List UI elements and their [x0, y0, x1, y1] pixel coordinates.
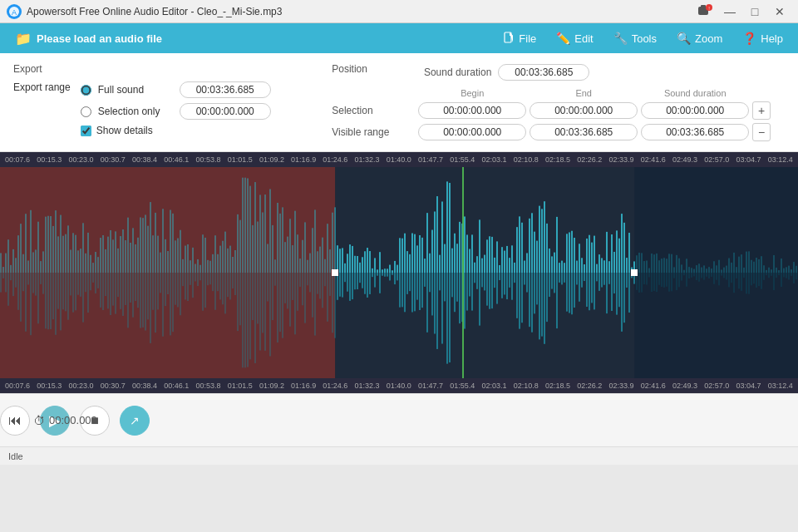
timeline-label: 02:03.1: [482, 382, 507, 390]
position-section: Position Sound duration Begin End Sound …: [332, 63, 785, 141]
titlebar: A Apowersoft Free Online Audio Editor - …: [0, 0, 798, 23]
timeline-label: 01:24.6: [323, 382, 347, 390]
menubar: 📁 Please load an audio file File ✏️ Edit…: [0, 23, 798, 53]
timeline-label: 02:49.3: [672, 155, 697, 164]
waveform-container[interactable]: 00:07.600:15.300:23.000:30.700:38.400:46…: [0, 152, 798, 393]
sound-duration-input[interactable]: [498, 64, 589, 81]
export-range-label: Export range: [13, 81, 71, 93]
full-sound-row: Full sound: [81, 81, 271, 98]
timeline-bottom: 00:07.600:15.300:23.000:30.700:38.400:46…: [0, 378, 798, 393]
menu-tools[interactable]: 🔧 Tools: [605, 27, 665, 50]
selection-end-input[interactable]: [530, 102, 638, 119]
zoom-out-button[interactable]: −: [752, 123, 771, 141]
timeline-label: 01:16.9: [291, 382, 316, 390]
selection-handle-right[interactable]: [631, 269, 638, 276]
timeline-label: 00:53.8: [195, 155, 220, 164]
share-button[interactable]: ↗: [120, 406, 150, 436]
selection-only-radio[interactable]: [81, 106, 91, 117]
end-col-header: End: [530, 88, 638, 98]
menu-file-label: File: [519, 32, 536, 45]
duration-col-header: Sound duration: [641, 88, 749, 98]
timeline-label: 02:49.3: [672, 382, 697, 390]
timeline-label: 02:26.2: [577, 382, 602, 390]
timeline-label: 01:55.4: [450, 155, 475, 164]
timeline-label: 02:10.8: [514, 382, 539, 390]
maximize-button[interactable]: □: [743, 2, 766, 22]
app-icon: A: [7, 4, 22, 19]
timeline-label: 00:23.0: [68, 155, 93, 164]
full-sound-time-input[interactable]: [180, 81, 271, 98]
timeline-label: 02:33.9: [608, 382, 633, 390]
notification-icon: !: [697, 3, 713, 20]
export-section: Export Export range Full sound Selection…: [13, 63, 315, 141]
share-icon: ↗: [130, 414, 140, 427]
timeline-label: 00:46.1: [164, 155, 189, 164]
selection-only-time-input[interactable]: [180, 103, 271, 120]
selection-row-label: Selection: [332, 105, 415, 116]
timeline-label: 01:47.7: [418, 382, 443, 390]
timeline-label: 00:07.6: [5, 155, 30, 164]
clock-icon: ⏱: [33, 414, 45, 427]
timeline-label: 00:46.1: [164, 382, 189, 390]
menu-zoom-label: Zoom: [695, 32, 722, 45]
timeline-label: 00:53.8: [195, 382, 220, 390]
timeline-label: 02:41.6: [641, 155, 666, 164]
selection-only-label: Selection only: [98, 106, 173, 117]
timeline-label: 00:07.6: [5, 382, 30, 390]
file-icon: [503, 32, 515, 46]
menu-edit-label: Edit: [574, 32, 593, 45]
menu-tools-label: Tools: [632, 32, 657, 45]
player-time: ⏱ 00:00.000: [33, 414, 97, 427]
selection-begin-input[interactable]: [418, 102, 526, 119]
menu-zoom[interactable]: 🔍 Zoom: [668, 27, 731, 50]
zoom-in-button[interactable]: +: [752, 101, 771, 120]
timeline-label: 02:10.8: [514, 155, 539, 164]
visible-begin-input[interactable]: [418, 124, 526, 140]
prev-icon: ⏮: [8, 413, 22, 428]
selection-handle-left[interactable]: [332, 269, 338, 276]
timeline-label: 01:40.0: [387, 382, 411, 390]
timeline-label: 00:15.3: [37, 382, 62, 390]
player-wrapper: ⏱ 00:00.000 ⏮ ▶ ■ ↗: [0, 394, 798, 446]
timeline-label: 00:38.4: [132, 382, 157, 390]
export-title: Export: [13, 63, 315, 75]
timeline-label: 01:32.3: [355, 382, 380, 390]
tools-icon: 🔧: [613, 32, 628, 45]
upload-icon: 📁: [15, 31, 32, 47]
close-button[interactable]: ✕: [768, 2, 791, 22]
svg-text:A: A: [12, 8, 17, 17]
window-title: Apowersoft Free Online Audio Editor - Cl…: [27, 6, 282, 17]
menu-file[interactable]: File: [495, 27, 544, 50]
timeline-label: 02:57.0: [704, 382, 729, 390]
timeline-label: 02:57.0: [704, 155, 729, 164]
menu-help-label: Help: [761, 32, 783, 45]
timeline-label: 03:04.7: [736, 155, 761, 164]
minimize-button[interactable]: —: [718, 2, 741, 22]
timeline-label: 00:30.7: [101, 155, 126, 164]
timeline-label: 00:30.7: [101, 382, 126, 390]
menu-edit[interactable]: ✏️ Edit: [548, 27, 601, 50]
status-text: Idle: [8, 451, 23, 461]
visible-duration-input[interactable]: [641, 124, 749, 140]
help-icon: ❓: [742, 32, 756, 45]
full-sound-radio[interactable]: [81, 85, 91, 96]
timeline-bottom-labels: 00:07.600:15.300:23.000:30.700:38.400:46…: [3, 382, 795, 390]
timeline-label: 01:32.3: [355, 155, 380, 164]
visible-end-input[interactable]: [530, 124, 638, 140]
show-details-checkbox[interactable]: [81, 126, 91, 136]
position-title: Position: [332, 63, 367, 75]
timeline-label: 01:40.0: [387, 155, 411, 164]
window-controls: ! — □ ✕: [697, 2, 791, 22]
visible-range-row-label: Visible range: [332, 126, 415, 138]
playhead: [463, 167, 464, 378]
menu-help[interactable]: ❓ Help: [734, 27, 791, 50]
selection-duration-input[interactable]: [641, 102, 749, 119]
timeline-label: 01:55.4: [450, 382, 475, 390]
prev-button[interactable]: ⏮: [0, 406, 30, 436]
selection-only-row: Selection only: [81, 103, 271, 120]
statusbar: Idle: [0, 446, 798, 465]
load-audio-button[interactable]: 📁 Please load an audio file: [7, 27, 170, 50]
timeline-label: 01:47.7: [418, 155, 443, 164]
timeline-label: 03:12.4: [768, 382, 793, 390]
waveform-canvas[interactable]: [0, 167, 798, 378]
